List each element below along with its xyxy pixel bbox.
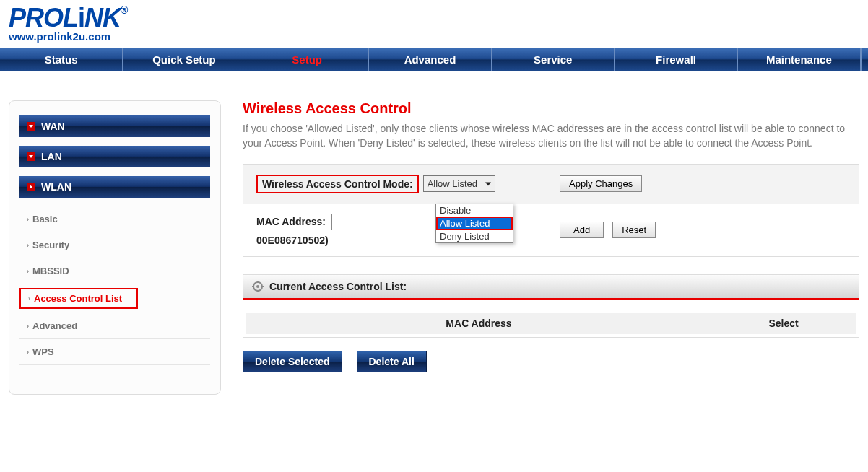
sidebar-lan[interactable]: LAN (19, 146, 210, 167)
acl-title: Current Access Control List: (269, 281, 407, 292)
reset-button[interactable]: Reset (612, 222, 656, 238)
acl-columns: MAC Address Select (246, 313, 856, 334)
sidebar-lan-label: LAN (41, 151, 62, 162)
delete-all-button[interactable]: Delete All (357, 351, 427, 372)
sidebar-sub-basic[interactable]: ››Basic (19, 206, 210, 232)
sidebar-sub-advanced[interactable]: ››Advanced (19, 313, 210, 339)
page-description: If you choose 'Allowed Listed', only tho… (243, 121, 859, 151)
nav-status[interactable]: Status (0, 48, 123, 71)
sidebar-sub-label: Security (32, 240, 69, 250)
registered-icon: ® (121, 4, 127, 16)
delete-selected-button[interactable]: Delete Selected (243, 351, 342, 372)
sidebar-wan-label: WAN (41, 121, 65, 132)
main-nav: Status Quick Setup Setup Advanced Servic… (0, 48, 868, 71)
mode-option-deny[interactable]: Deny Listed (436, 230, 513, 242)
mode-label: Wireless Access Control Mode: (256, 175, 419, 193)
form-box: Wireless Access Control Mode: Allow List… (243, 164, 859, 257)
mode-dropdown: Disable Allow Listed Deny Listed (435, 204, 513, 243)
sidebar-sub-label: Advanced (32, 320, 77, 331)
page-title: Wireless Access Control (243, 100, 859, 117)
acl-header: Current Access Control List: (243, 275, 859, 300)
sidebar-wlan-label: WLAN (41, 181, 71, 193)
brand-text: PROLiNK (9, 3, 121, 32)
mac-row: MAC Address: 00E086710502) Add Reset (243, 204, 859, 256)
chevron-right-icon (27, 183, 35, 191)
mode-selected-value: Allow Listed (428, 178, 477, 189)
gear-icon (252, 281, 264, 292)
sidebar-wlan[interactable]: WLAN (19, 176, 210, 198)
nav-service[interactable]: Service (492, 48, 615, 71)
sidebar: WAN LAN WLAN ››Basic ››Security ››MBSSID… (9, 100, 221, 395)
action-bar: Delete Selected Delete All (243, 351, 859, 372)
mode-row: Wireless Access Control Mode: Allow List… (243, 165, 859, 204)
mode-select[interactable]: Allow Listed (423, 175, 495, 192)
mac-label: MAC Address: (256, 216, 326, 227)
sidebar-sub-security[interactable]: ››Security (19, 232, 210, 258)
chevron-down-icon (27, 122, 35, 131)
nav-advanced[interactable]: Advanced (369, 48, 492, 71)
nav-quick-setup[interactable]: Quick Setup (123, 48, 246, 71)
highlight-frame: ››Access Control List (19, 288, 138, 309)
mode-option-disable[interactable]: Disable (436, 204, 513, 217)
header: PROLiNK® www.prolink2u.com (0, 0, 868, 43)
sidebar-sub-mbssid[interactable]: ››MBSSID (19, 258, 210, 284)
sidebar-sub-acl[interactable]: ››Access Control List (21, 289, 136, 307)
apply-changes-button[interactable]: Apply Changes (560, 175, 642, 192)
acl-col-mac: MAC Address (246, 318, 711, 329)
svg-point-4 (256, 285, 259, 288)
sidebar-sub-wps[interactable]: ››WPS (19, 339, 210, 365)
nav-maintenance[interactable]: Maintenance (738, 48, 861, 71)
sidebar-wan[interactable]: WAN (19, 115, 210, 137)
nav-setup[interactable]: Setup (246, 48, 369, 71)
chevron-down-icon (27, 152, 35, 161)
mac-hint: 00E086710502) (256, 235, 461, 246)
brand-logo: PROLiNK® (9, 3, 859, 33)
sidebar-sub-label: WPS (32, 346, 54, 357)
sidebar-sub-label: Basic (32, 214, 58, 224)
nav-cap (861, 48, 868, 71)
apply-cell: Apply Changes (560, 175, 642, 192)
acl-box: Current Access Control List: MAC Address… (243, 274, 859, 338)
add-button[interactable]: Add (560, 222, 604, 238)
sidebar-sub-label: Access Control List (34, 293, 122, 304)
mode-option-allow[interactable]: Allow Listed (436, 217, 513, 230)
nav-firewall[interactable]: Firewall (615, 48, 737, 71)
sidebar-sub-label: MBSSID (32, 266, 69, 276)
acl-table: MAC Address Select (243, 313, 859, 334)
acl-col-select: Select (711, 318, 856, 329)
content: Wireless Access Control If you choose 'A… (243, 100, 859, 372)
